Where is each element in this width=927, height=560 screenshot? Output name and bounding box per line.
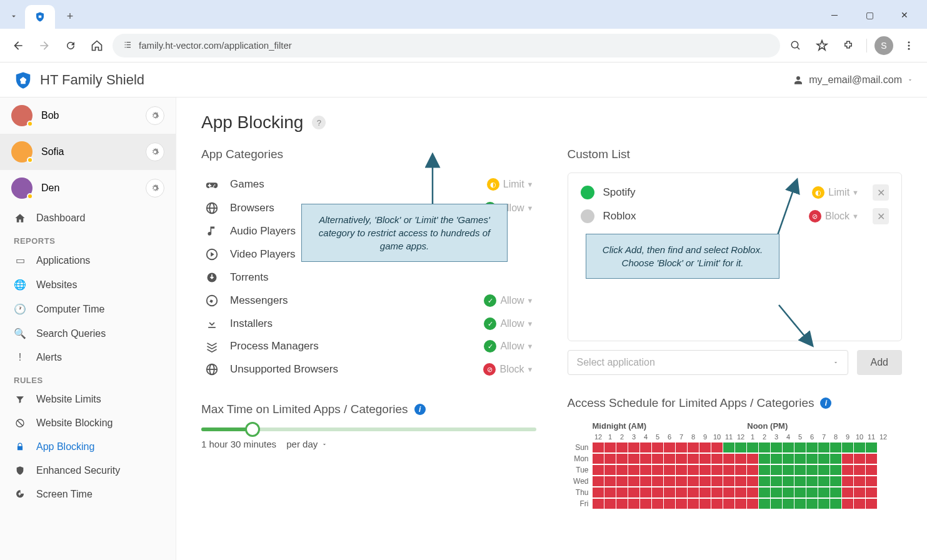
- schedule-cell[interactable]: [699, 476, 711, 486]
- schedule-row[interactable]: Thu: [568, 487, 903, 498]
- status-dropdown[interactable]: ✓Allow▼: [484, 294, 533, 307]
- schedule-cell[interactable]: [640, 442, 651, 452]
- status-dropdown[interactable]: ⊘Block▼: [483, 363, 533, 376]
- schedule-cell[interactable]: [628, 476, 639, 486]
- extensions-icon[interactable]: [838, 35, 859, 56]
- schedule-cell[interactable]: [664, 499, 675, 509]
- schedule-cell[interactable]: [794, 454, 806, 464]
- schedule-cell[interactable]: [699, 488, 711, 498]
- schedule-cell[interactable]: [735, 465, 746, 475]
- schedule-cell[interactable]: [604, 499, 616, 509]
- schedule-cell[interactable]: [652, 499, 663, 509]
- schedule-cell[interactable]: [771, 476, 782, 486]
- schedule-cell[interactable]: [747, 442, 758, 452]
- schedule-cell[interactable]: [806, 454, 818, 464]
- schedule-cell[interactable]: [854, 465, 865, 475]
- nav-computer-time[interactable]: 🕐Computer Time: [0, 297, 176, 321]
- new-tab-button[interactable]: +: [61, 8, 79, 25]
- schedule-cell[interactable]: [842, 488, 853, 498]
- profile-den[interactable]: Den: [0, 170, 176, 206]
- nav-applications[interactable]: ▭Applications: [0, 248, 176, 272]
- schedule-cell[interactable]: [866, 488, 877, 498]
- schedule-cell[interactable]: [771, 454, 782, 464]
- schedule-cell[interactable]: [747, 499, 758, 509]
- nav-search-queries[interactable]: 🔍Search Queries: [0, 321, 176, 346]
- schedule-cell[interactable]: [747, 454, 758, 464]
- slider-value-label[interactable]: 1 hour 30 minutes per day: [201, 439, 536, 449]
- schedule-cell[interactable]: [604, 488, 616, 498]
- profile-settings-button[interactable]: [146, 179, 164, 198]
- schedule-cell[interactable]: [593, 465, 604, 475]
- browser-menu-button[interactable]: [898, 35, 919, 56]
- add-button[interactable]: Add: [857, 350, 902, 375]
- schedule-cell[interactable]: [711, 465, 723, 475]
- schedule-cell[interactable]: [688, 476, 699, 486]
- schedule-cell[interactable]: [664, 454, 675, 464]
- schedule-cell[interactable]: [616, 465, 628, 475]
- schedule-grid[interactable]: Midnight (AM) Noon (PM) 1212345678910111…: [568, 421, 903, 509]
- schedule-cell[interactable]: [688, 454, 699, 464]
- schedule-cell[interactable]: [652, 476, 663, 486]
- zoom-icon[interactable]: [785, 35, 806, 56]
- help-icon[interactable]: ?: [312, 116, 326, 129]
- schedule-row[interactable]: Fri: [568, 498, 903, 509]
- schedule-cell[interactable]: [652, 454, 663, 464]
- status-dropdown[interactable]: ✓Allow▼: [484, 340, 533, 352]
- max-time-slider[interactable]: [201, 428, 536, 431]
- nav-screen-time[interactable]: Screen Time: [0, 482, 176, 506]
- schedule-cell[interactable]: [842, 442, 853, 452]
- schedule-row[interactable]: Sun: [568, 442, 903, 452]
- schedule-cell[interactable]: [711, 476, 723, 486]
- schedule-cell[interactable]: [783, 465, 794, 475]
- schedule-cell[interactable]: [593, 476, 604, 486]
- nav-app-blocking[interactable]: App Blocking: [0, 435, 176, 459]
- schedule-cell[interactable]: [866, 499, 877, 509]
- info-icon[interactable]: i: [414, 404, 426, 415]
- schedule-cell[interactable]: [628, 442, 639, 452]
- schedule-cell[interactable]: [830, 488, 841, 498]
- schedule-cell[interactable]: [806, 476, 818, 486]
- schedule-cell[interactable]: [616, 499, 628, 509]
- schedule-cell[interactable]: [806, 442, 818, 452]
- schedule-cell[interactable]: [723, 488, 734, 498]
- profile-settings-button[interactable]: [146, 106, 164, 125]
- nav-home-button[interactable]: [86, 35, 108, 56]
- browser-tab-active[interactable]: [25, 5, 55, 29]
- schedule-cell[interactable]: [830, 442, 841, 452]
- schedule-cell[interactable]: [593, 442, 604, 452]
- schedule-cell[interactable]: [640, 454, 651, 464]
- schedule-cell[interactable]: [806, 488, 818, 498]
- url-bar[interactable]: family.ht-vector.com/application_filter: [113, 34, 780, 58]
- schedule-cell[interactable]: [628, 454, 639, 464]
- bookmark-icon[interactable]: [811, 35, 833, 56]
- schedule-cell[interactable]: [842, 454, 853, 464]
- schedule-cell[interactable]: [783, 488, 794, 498]
- schedule-cell[interactable]: [830, 454, 841, 464]
- schedule-cell[interactable]: [604, 442, 616, 452]
- slider-thumb[interactable]: [245, 422, 260, 437]
- schedule-cell[interactable]: [723, 442, 734, 452]
- schedule-cell[interactable]: [664, 488, 675, 498]
- schedule-cell[interactable]: [818, 465, 829, 475]
- schedule-cell[interactable]: [747, 488, 758, 498]
- schedule-cell[interactable]: [818, 488, 829, 498]
- schedule-cell[interactable]: [818, 442, 829, 452]
- schedule-cell[interactable]: [676, 454, 687, 464]
- schedule-cell[interactable]: [616, 476, 628, 486]
- nav-reload-button[interactable]: [60, 35, 81, 56]
- schedule-cell[interactable]: [771, 488, 782, 498]
- schedule-cell[interactable]: [747, 476, 758, 486]
- schedule-cell[interactable]: [593, 499, 604, 509]
- schedule-cell[interactable]: [652, 442, 663, 452]
- schedule-cell[interactable]: [723, 499, 734, 509]
- schedule-cell[interactable]: [711, 488, 723, 498]
- schedule-cell[interactable]: [830, 476, 841, 486]
- window-close[interactable]: ✕: [894, 8, 914, 22]
- schedule-cell[interactable]: [794, 499, 806, 509]
- status-dropdown[interactable]: ✓Allow▼: [484, 318, 533, 330]
- schedule-cell[interactable]: [676, 499, 687, 509]
- schedule-cell[interactable]: [818, 499, 829, 509]
- schedule-cell[interactable]: [640, 476, 651, 486]
- schedule-cell[interactable]: [688, 442, 699, 452]
- status-dropdown[interactable]: ⊘Block▼: [809, 210, 859, 222]
